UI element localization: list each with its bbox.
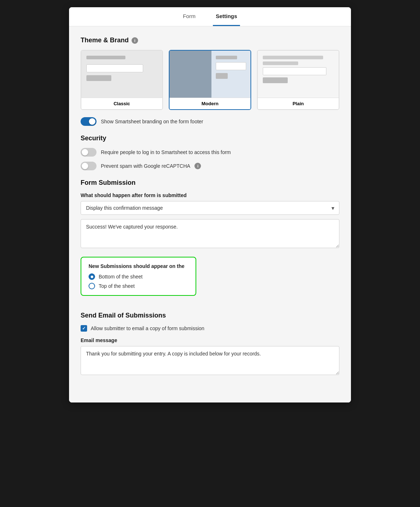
send-email-title: Send Email of Submissions bbox=[81, 312, 339, 319]
security-section: Security Require people to log in to Sma… bbox=[81, 135, 339, 170]
branding-toggle-label: Show Smartsheet branding on the form foo… bbox=[101, 119, 203, 124]
plain-label: Plain bbox=[258, 98, 339, 109]
branding-toggle[interactable] bbox=[81, 117, 97, 126]
modern-bar bbox=[216, 56, 237, 59]
settings-content: Theme & Brand i Classic bbox=[69, 26, 351, 402]
login-toggle-row: Require people to log in to Smartsheet t… bbox=[81, 148, 339, 157]
form-submission-section: Form Submission What should happen after… bbox=[81, 179, 339, 303]
radio-bottom-row[interactable]: Bottom of the sheet bbox=[89, 273, 188, 280]
branding-toggle-thumb bbox=[89, 118, 95, 125]
email-message-label: Email message bbox=[81, 337, 339, 343]
radio-bottom-label: Bottom of the sheet bbox=[99, 274, 142, 280]
plain-preview bbox=[258, 51, 339, 98]
theme-card-modern[interactable]: Modern bbox=[169, 50, 251, 110]
modern-btn-mock bbox=[216, 73, 228, 79]
classic-input-mock bbox=[86, 64, 143, 72]
classic-bar bbox=[86, 56, 125, 59]
allow-email-row: ✓ Allow submitter to email a copy of for… bbox=[81, 325, 339, 332]
radio-top-label: Top of the sheet bbox=[99, 283, 135, 289]
plain-input-mock bbox=[263, 67, 326, 75]
form-submission-title: Form Submission bbox=[81, 179, 339, 187]
after-submit-dropdown[interactable]: Display this confirmation message Redire… bbox=[81, 201, 339, 215]
login-toggle-track bbox=[81, 148, 97, 157]
radio-bottom[interactable] bbox=[89, 273, 95, 280]
login-toggle[interactable] bbox=[81, 148, 97, 157]
classic-label: Classic bbox=[81, 98, 162, 109]
radio-top-row[interactable]: Top of the sheet bbox=[89, 283, 188, 289]
captcha-toggle-track bbox=[81, 162, 97, 170]
classic-btn-mock bbox=[86, 75, 111, 81]
theme-cards-container: Classic Modern bbox=[81, 50, 339, 110]
captcha-toggle-row: Prevent spam with Google reCAPTCHA i bbox=[81, 162, 339, 170]
plain-bar2 bbox=[263, 61, 298, 65]
submissions-box-title: New Submissions should appear on the bbox=[89, 263, 188, 269]
modern-input-mock bbox=[216, 62, 246, 70]
modern-right-panel bbox=[211, 51, 250, 98]
tab-form[interactable]: Form bbox=[180, 7, 198, 26]
confirmation-message-textarea[interactable] bbox=[81, 219, 339, 248]
theme-info-icon[interactable]: i bbox=[132, 37, 138, 44]
tab-settings[interactable]: Settings bbox=[213, 7, 240, 26]
plain-bar1 bbox=[263, 56, 323, 59]
allow-email-checkbox[interactable]: ✓ bbox=[81, 325, 87, 332]
login-toggle-thumb bbox=[82, 149, 88, 155]
new-submissions-box: New Submissions should appear on the Bot… bbox=[81, 257, 196, 296]
modern-label: Modern bbox=[170, 98, 250, 109]
modern-preview bbox=[170, 51, 250, 98]
send-email-section: Send Email of Submissions ✓ Allow submit… bbox=[81, 312, 339, 384]
email-message-textarea[interactable] bbox=[81, 346, 339, 375]
login-toggle-label: Require people to log in to Smartsheet t… bbox=[101, 149, 231, 155]
captcha-toggle-label: Prevent spam with Google reCAPTCHA bbox=[101, 163, 190, 169]
theme-section: Theme & Brand i Classic bbox=[81, 37, 339, 126]
captcha-toggle[interactable] bbox=[81, 162, 97, 170]
allow-email-label: Allow submitter to email a copy of form … bbox=[91, 325, 204, 331]
captcha-toggle-thumb bbox=[82, 163, 88, 169]
security-section-title: Security bbox=[81, 135, 339, 142]
theme-card-classic[interactable]: Classic bbox=[81, 50, 163, 110]
checkbox-check-icon: ✓ bbox=[82, 326, 86, 331]
theme-card-plain[interactable]: Plain bbox=[257, 50, 339, 110]
after-submit-dropdown-wrapper: Display this confirmation message Redire… bbox=[81, 201, 339, 215]
captcha-info-icon[interactable]: i bbox=[194, 163, 201, 169]
plain-btn-mock bbox=[263, 77, 288, 83]
branding-toggle-row: Show Smartsheet branding on the form foo… bbox=[81, 117, 339, 126]
radio-top[interactable] bbox=[89, 283, 95, 289]
branding-toggle-track bbox=[81, 117, 97, 126]
app-window: Form Settings Theme & Brand i Classic bbox=[69, 7, 351, 402]
modern-left-panel bbox=[170, 51, 209, 98]
classic-preview bbox=[81, 51, 162, 98]
theme-section-title: Theme & Brand i bbox=[81, 37, 339, 44]
tab-bar: Form Settings bbox=[69, 7, 351, 26]
after-submit-label: What should happen after form is submitt… bbox=[81, 192, 339, 198]
